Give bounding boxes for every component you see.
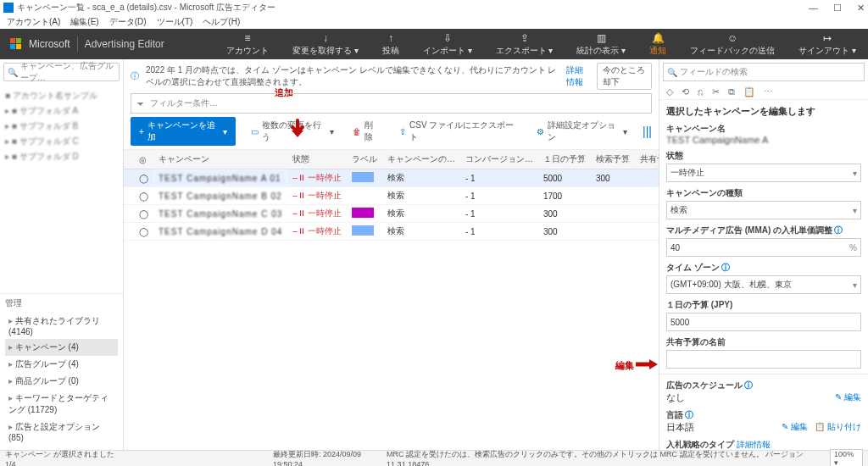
campaign-type-select[interactable]: 検索 bbox=[666, 201, 861, 219]
language-edit-link[interactable]: ✎ 編集 bbox=[782, 421, 808, 433]
tree-item[interactable]: ■ アカウント名サンプル bbox=[5, 88, 118, 103]
advanced-options-button[interactable]: ⚙詳細設定オプション ▾ bbox=[533, 118, 632, 145]
timezone-label: タイム ゾーンⓘ bbox=[666, 262, 861, 274]
column-header[interactable]: １日の予算 bbox=[538, 150, 591, 169]
info-icon: ⓘ bbox=[131, 70, 139, 82]
trash-icon: 🗑 bbox=[353, 127, 361, 136]
table-row[interactable]: ◯TEST CampaignName B 02一時停止検索- 11700 bbox=[124, 187, 659, 205]
brand-app: Advertising Editor bbox=[85, 38, 164, 50]
status-select[interactable]: 一時停止 bbox=[666, 164, 861, 182]
column-header[interactable]: キャンペーンの… bbox=[382, 150, 460, 169]
edit-panel-header: 選択したキャンペーンを編集します bbox=[666, 105, 861, 118]
campaign-name-value: TEST CampaignName A bbox=[666, 135, 861, 145]
mma-bid-label: マルチメディア広告 (MMA) の入札単価調整ⓘ bbox=[666, 225, 861, 236]
right-search-input[interactable]: 🔍 フィールドの検索 bbox=[663, 63, 865, 81]
panel-tool-icon[interactable]: 📋 bbox=[743, 86, 755, 97]
account-tree[interactable]: ■ アカウント名サンプル ▸ ■ サブフォルダ A ▸ ■ サブフォルダ B ▸… bbox=[0, 85, 123, 293]
menu-bar: アカウント(A) 編集(E) データ(D) ツール(T) ヘルプ(H) bbox=[0, 15, 868, 29]
menu-tools[interactable]: ツール(T) bbox=[157, 16, 193, 28]
help-icon[interactable]: ⓘ bbox=[834, 225, 843, 235]
language-paste-link[interactable]: 📋 貼り付け bbox=[815, 421, 861, 433]
zoom-select[interactable]: 100% ▾ bbox=[830, 449, 863, 466]
bid-strategy-details-link[interactable]: 詳細情報 bbox=[737, 440, 771, 449]
mgmt-item[interactable]: キーワードとターゲティング (11729) bbox=[5, 390, 118, 419]
nav-7[interactable]: ☺フィードバックの送信 bbox=[678, 29, 787, 59]
panel-tool-icon[interactable]: ◇ bbox=[666, 86, 673, 97]
maximize-button[interactable]: ☐ bbox=[833, 3, 842, 14]
tree-item[interactable]: ▸ ■ サブフォルダ D bbox=[5, 149, 118, 164]
mma-bid-input[interactable]: 40% bbox=[666, 238, 861, 257]
daily-budget-label: １日の予算 (JPY) bbox=[666, 299, 861, 311]
window-titlebar: キャンペーン一覧 - sca_e_a (details).csv - Micro… bbox=[0, 0, 868, 15]
shared-budget-label: 共有予算の名前 bbox=[666, 336, 861, 348]
left-search-input[interactable]: 🔍 キャンペーン、広告グループ… bbox=[3, 63, 120, 81]
nav-2[interactable]: ↑投稿 bbox=[370, 29, 411, 59]
menu-help[interactable]: ヘルプ(H) bbox=[203, 16, 240, 28]
menu-data[interactable]: データ(D) bbox=[109, 16, 147, 28]
tree-item[interactable]: ▸ ■ サブフォルダ B bbox=[5, 119, 118, 134]
microsoft-logo-icon bbox=[10, 38, 22, 50]
info-details-link[interactable]: 詳細情報 bbox=[566, 64, 591, 88]
help-icon[interactable]: ⓘ bbox=[685, 410, 693, 419]
nav-icon: ≡ bbox=[245, 32, 251, 44]
nav-3[interactable]: ⇩インポート bbox=[411, 29, 484, 59]
delete-button[interactable]: 🗑削除 bbox=[349, 118, 384, 145]
mgmt-item[interactable]: 広告と設定オプション (85) bbox=[5, 419, 118, 445]
mgmt-item[interactable]: 共有されたライブラリ (4146) bbox=[5, 313, 118, 339]
gear-icon: ⚙ bbox=[537, 127, 544, 136]
table-row[interactable]: ◯TEST CampaignName A 01一時停止検索- 15000300 bbox=[124, 169, 659, 187]
nav-icon: ⇩ bbox=[443, 32, 452, 44]
table-row[interactable]: ◯TEST CampaignName C 03一時停止検索- 1300 bbox=[124, 205, 659, 223]
dismiss-button[interactable]: 今のところ却下 bbox=[597, 63, 652, 90]
language-value: 日本語 bbox=[666, 422, 694, 432]
timezone-select[interactable]: (GMT+09:00) 大阪、札幌、東京 bbox=[666, 275, 861, 294]
campaign-grid[interactable]: ◎キャンペーン状態ラベルキャンペーンの…コンバージョン…１日の予算検索予算共有予… bbox=[124, 150, 659, 450]
nav-6[interactable]: 🔔通知 bbox=[637, 29, 678, 59]
add-campaign-button[interactable]: キャンペーンを追加 bbox=[131, 117, 236, 146]
app-icon bbox=[3, 3, 14, 13]
column-header[interactable]: ◎ bbox=[134, 150, 153, 169]
table-row[interactable]: ◯TEST CampaignName D 04一時停止検索- 1300 bbox=[124, 223, 659, 241]
menu-account[interactable]: アカウント(A) bbox=[7, 16, 60, 28]
multi-edit-button[interactable]: ▭複数の変更を行う ▾ bbox=[248, 118, 337, 145]
status-bar: キャンペーン が選択されました 1/4 最終更新日時: 2024/09/09 1… bbox=[0, 450, 868, 466]
panel-tool-icon[interactable]: ⎌ bbox=[698, 86, 704, 97]
nav-0[interactable]: ≡アカウント bbox=[214, 29, 281, 59]
column-header[interactable]: 共有予算の名前 bbox=[635, 150, 659, 169]
column-header[interactable]: ラベル bbox=[347, 150, 382, 169]
help-icon[interactable]: ⓘ bbox=[744, 380, 753, 390]
panel-tool-icon[interactable]: ⋯ bbox=[764, 86, 773, 97]
nav-icon: ↑ bbox=[388, 32, 393, 44]
help-icon[interactable]: ⓘ bbox=[721, 263, 730, 272]
ad-schedule-value: なし bbox=[666, 392, 685, 402]
minimize-button[interactable]: — bbox=[809, 3, 818, 14]
shared-budget-input[interactable] bbox=[666, 350, 861, 369]
mgmt-item[interactable]: 広告グループ (4) bbox=[5, 356, 118, 373]
column-header[interactable]: 検索予算 bbox=[591, 150, 635, 169]
nav-5[interactable]: ▥統計の表示 bbox=[565, 29, 637, 59]
column-config-icon[interactable]: ||| bbox=[643, 125, 652, 138]
nav-8[interactable]: ↦サインアウト bbox=[787, 29, 868, 59]
daily-budget-input[interactable]: 5000 bbox=[666, 313, 861, 331]
export-icon: ⇪ bbox=[399, 127, 406, 136]
filter-input[interactable]: ⏷ フィルター条件… bbox=[131, 93, 652, 114]
nav-1[interactable]: ↓変更を取得する bbox=[281, 29, 370, 59]
panel-tool-icon[interactable]: ⟲ bbox=[682, 86, 689, 97]
mgmt-item[interactable]: キャンペーン (4) bbox=[5, 339, 118, 356]
ad-schedule-edit-link[interactable]: ✎ 編集 bbox=[835, 391, 861, 403]
export-csv-button[interactable]: ⇪CSV ファイルにエクスポート bbox=[396, 118, 521, 145]
nav-icon: ⇪ bbox=[520, 32, 529, 44]
nav-4[interactable]: ⇪エクスポート bbox=[484, 29, 565, 59]
panel-tool-icon[interactable]: ⧉ bbox=[728, 86, 735, 97]
tree-item[interactable]: ▸ ■ サブフォルダ C bbox=[5, 134, 118, 149]
column-header[interactable] bbox=[124, 150, 134, 169]
column-header[interactable]: コンバージョン… bbox=[460, 150, 538, 169]
mgmt-item[interactable]: 商品グループ (0) bbox=[5, 373, 118, 390]
tree-item[interactable]: ▸ ■ サブフォルダ A bbox=[5, 103, 118, 119]
panel-tool-icon[interactable]: ✂ bbox=[712, 86, 720, 97]
column-header[interactable]: キャンペーン bbox=[153, 150, 287, 169]
column-header[interactable]: 状態 bbox=[287, 150, 347, 169]
close-button[interactable]: ✕ bbox=[857, 3, 865, 14]
status-selection: キャンペーン が選択されました 1/4 bbox=[5, 449, 120, 467]
menu-edit[interactable]: 編集(E) bbox=[70, 16, 98, 28]
